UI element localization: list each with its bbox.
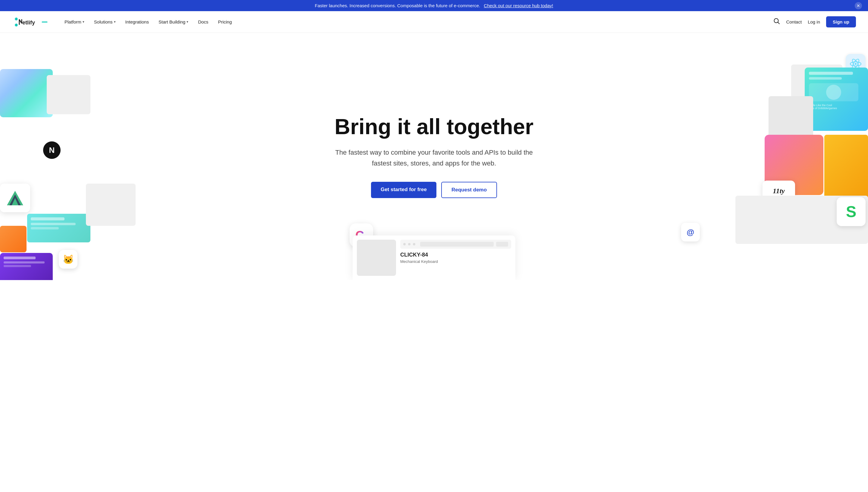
nav-item-platform[interactable]: Platform ▾	[60, 17, 88, 27]
float-screenshot-left	[0, 69, 53, 117]
float-at-badge: @	[681, 223, 700, 242]
hero-title: Bring it all together	[329, 115, 539, 139]
hero-content: Bring it all together The fastest way to…	[329, 115, 539, 198]
nav-right: Contact Log in Sign up	[773, 16, 856, 27]
nav-logo[interactable]: etlify	[12, 16, 48, 29]
signup-button[interactable]: Sign up	[826, 16, 856, 27]
float-website-preview: CLICKY-84 Mechanical Keyboard	[353, 236, 515, 280]
chevron-down-icon: ▾	[114, 20, 116, 24]
svg-line-11	[778, 22, 780, 24]
login-link[interactable]: Log in	[808, 19, 820, 24]
nav-item-pricing[interactable]: Pricing	[214, 17, 236, 27]
float-n-badge: N	[43, 141, 60, 159]
float-gray-right2	[769, 96, 813, 141]
float-purple-blog	[0, 253, 53, 280]
get-started-button[interactable]: Get started for free	[371, 182, 436, 198]
hero-subtitle: The fastest way to combine your favorite…	[329, 147, 539, 168]
main-nav: etlify Platform ▾ Solutions ▾ Integratio…	[0, 11, 868, 33]
request-demo-button[interactable]: Request demo	[441, 182, 497, 198]
svg-text:etlify: etlify	[22, 20, 35, 26]
svg-point-18	[855, 63, 857, 65]
float-cat-badge: 🐱	[59, 250, 77, 269]
nav-links: Platform ▾ Solutions ▾ Integrations Star…	[60, 17, 773, 27]
announcement-link[interactable]: Check out our resource hub today!	[484, 3, 553, 8]
float-gray-left	[47, 75, 91, 114]
announcement-close-button[interactable]: ✕	[855, 2, 862, 9]
float-teal-top-right: Code Like the Cool Kids of Dribbble/game…	[805, 68, 868, 131]
contact-link[interactable]: Contact	[786, 19, 802, 24]
chevron-down-icon: ▾	[186, 20, 188, 24]
float-teal-preview	[27, 214, 91, 242]
float-orange-rect	[0, 226, 27, 252]
float-gray-left-mid	[86, 183, 136, 226]
hero-section: N 🐱	[0, 33, 868, 280]
nav-item-start-building[interactable]: Start Building ▾	[154, 17, 193, 27]
nav-item-integrations[interactable]: Integrations	[121, 17, 153, 27]
float-yellow-gradient	[824, 135, 868, 200]
nav-item-solutions[interactable]: Solutions ▾	[90, 17, 120, 27]
hero-buttons: Get started for free Request demo	[329, 182, 539, 198]
float-s-badge: S	[837, 197, 866, 226]
nav-item-docs[interactable]: Docs	[194, 17, 212, 27]
chevron-down-icon: ▾	[83, 20, 84, 24]
announcement-bar: Faster launches. Increased conversions. …	[0, 0, 868, 11]
float-vue-box	[0, 183, 30, 212]
announcement-text: Faster launches. Increased conversions. …	[315, 3, 480, 8]
search-button[interactable]	[773, 18, 780, 26]
